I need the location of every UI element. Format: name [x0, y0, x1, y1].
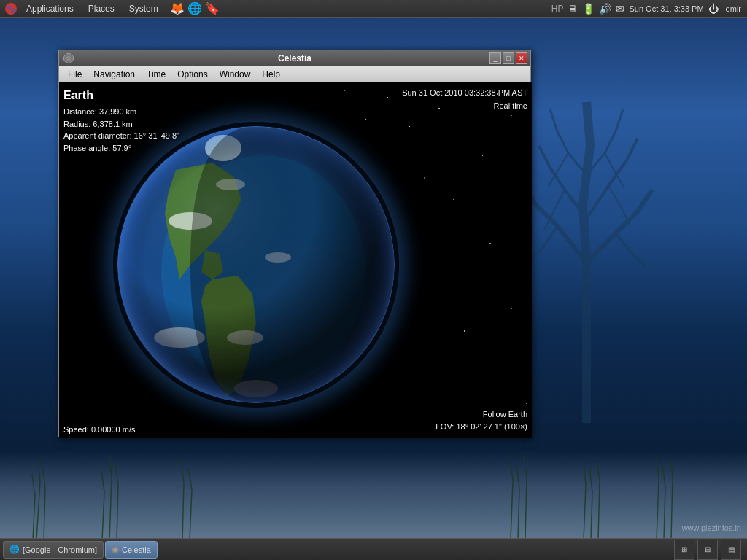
- watermark: www.piezinfos.in: [682, 524, 741, 532]
- earth-land: [117, 126, 395, 403]
- radius-info: Radius: 6,378.1 km: [63, 118, 179, 131]
- hp-logo: HP: [551, 4, 564, 14]
- topbar: 🐾 Applications Places System 🦊 🌐 🔖 HP 🖥 …: [0, 0, 747, 18]
- applications-menu[interactable]: Applications: [20, 0, 80, 18]
- browser-icon: 🌐: [187, 1, 202, 15]
- envelope-icon: ✉: [616, 3, 624, 15]
- firefox-icon: 🦊: [170, 1, 185, 15]
- topbar-right: HP 🖥 🔋 🔊 ✉ Sun Oct 31, 3:33 PM ⏻ emir: [546, 3, 747, 15]
- speed-info: Speed: 0.00000 m/s: [63, 425, 135, 434]
- close-button[interactable]: ✕: [516, 52, 527, 64]
- info-bottomleft: Speed: 0.00000 m/s: [63, 425, 135, 434]
- chromium-label: [Google - Chromium]: [23, 545, 97, 554]
- tree-decoration: [514, 58, 659, 423]
- celestia-window: Celestia _ □ ✕ File Navigation Time Opti…: [58, 50, 531, 438]
- app-icon: 🔖: [205, 1, 220, 15]
- window-menu[interactable]: Window: [214, 66, 257, 82]
- taskbar-icon-1[interactable]: ⊞: [674, 540, 694, 560]
- datetime-display: Sun Oct 31, 3:33 PM: [629, 4, 703, 13]
- maximize-button[interactable]: □: [503, 52, 514, 64]
- desktop: www.piezinfos.in 🐾 Applications Places S…: [0, 0, 747, 560]
- file-menu[interactable]: File: [62, 66, 88, 82]
- taskbar-icon-3[interactable]: ▤: [721, 540, 741, 560]
- help-menu[interactable]: Help: [256, 66, 286, 82]
- celestia-window-controls: _ □ ✕: [489, 52, 527, 64]
- topbar-left: 🐾 Applications Places System 🦊 🌐 🔖: [0, 0, 224, 18]
- navigation-menu[interactable]: Navigation: [88, 66, 141, 82]
- celestia-taskbar-label: Celestia: [122, 545, 151, 554]
- username-display: emir: [726, 4, 741, 13]
- monitor-icon: 🖥: [568, 3, 578, 15]
- chromium-icon: 🌐: [9, 545, 20, 554]
- datetime-info: Sun 31 Oct 2010 03:32:38 PM AST: [402, 87, 527, 100]
- follow-info: Follow Earth: [436, 408, 527, 421]
- celestia-view[interactable]: Earth Distance: 37,990 km Radius: 6,378.…: [59, 82, 532, 438]
- taskbar-left: 🌐 [Google - Chromium] Celestia: [0, 541, 160, 559]
- diameter-info: Apparent diameter: 16° 31' 49.8": [63, 130, 179, 142]
- power-icon[interactable]: ⏻: [708, 3, 719, 15]
- fov-info: FOV: 18° 02' 27 1" (100×): [436, 421, 527, 434]
- volume-icon: 🔊: [599, 3, 611, 15]
- earth-label: Earth: [63, 87, 179, 104]
- info-bottomright: Follow Earth FOV: 18° 02' 27 1" (100×): [436, 408, 527, 434]
- distance-info: Distance: 37,990 km: [63, 106, 179, 118]
- reeds: [0, 452, 747, 540]
- places-menu[interactable]: Places: [82, 0, 120, 18]
- time-menu[interactable]: Time: [141, 66, 171, 82]
- info-topright: Sun 31 Oct 2010 03:32:38 PM AST Real tim…: [402, 87, 527, 112]
- options-menu[interactable]: Options: [171, 66, 213, 82]
- celestia-dot-icon: [112, 546, 119, 553]
- taskbar-icon-2[interactable]: ⊟: [697, 540, 718, 560]
- info-topleft: Earth Distance: 37,990 km Radius: 6,378.…: [63, 87, 179, 154]
- svg-text:🐾: 🐾: [7, 4, 16, 14]
- minimize-button[interactable]: _: [489, 52, 501, 64]
- earth-globe: [117, 126, 395, 403]
- celestia-titlebar[interactable]: Celestia _ □ ✕: [59, 50, 530, 66]
- system-menu[interactable]: System: [123, 0, 164, 18]
- realtime-info: Real time: [402, 100, 527, 113]
- chromium-taskbar-item[interactable]: 🌐 [Google - Chromium]: [3, 541, 104, 559]
- gnome-icon: 🐾: [4, 2, 18, 15]
- battery-icon: 🔋: [582, 3, 595, 15]
- celestia-taskbar-item[interactable]: Celestia: [105, 541, 158, 559]
- celestia-menubar: File Navigation Time Options Window Help: [59, 66, 530, 82]
- taskbar-right: ⊞ ⊟ ▤: [668, 539, 747, 560]
- phase-info: Phase angle: 57.9°: [63, 142, 179, 155]
- celestia-app-icon: [63, 53, 74, 63]
- taskbar: 🌐 [Google - Chromium] Celestia ⊞ ⊟ ▤: [0, 538, 747, 560]
- celestia-title: Celestia: [278, 53, 311, 63]
